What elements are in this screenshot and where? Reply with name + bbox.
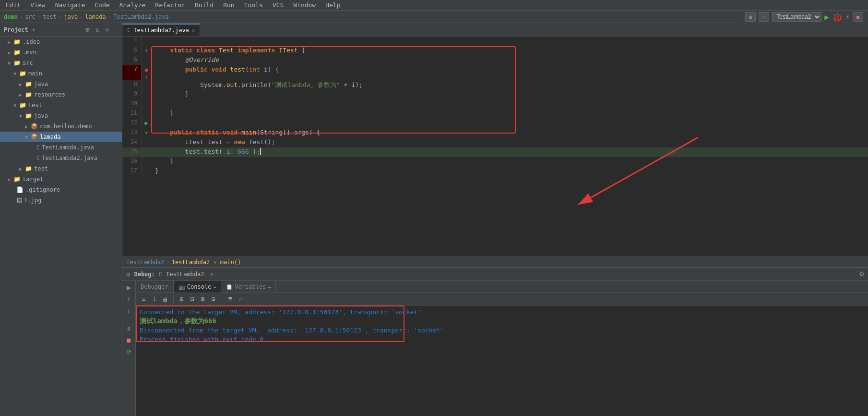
sidebar-item-java-main[interactable]: ▶ 📁 java [0,79,122,89]
sidebar-item-testlambda[interactable]: C TestLambda.java [0,142,122,153]
debug-settings-icon: ⚙ [126,270,130,278]
folder-icon: 📁 [13,176,21,183]
back-btn[interactable]: ↩ [759,12,769,22]
menu-refactor[interactable]: Refactor [153,1,187,9]
stop-button[interactable]: ◼ [853,12,863,22]
debugger-tab-label: Debugger [141,283,168,290]
code-line-9: 9 } [122,90,868,99]
package-icon: 📦 [31,123,38,130]
java-folder-icon: 📁 [25,112,32,119]
sidebar-item-src[interactable]: ▼ 📁 src [0,58,122,68]
sidebar-item-1jpg[interactable]: 🖼 1.jpg [0,195,122,206]
chevron-down-icon: ▼ [13,71,16,76]
debug-content[interactable]: Connected to the target VM, address: '12… [136,306,868,416]
debug-config-icon: C [159,271,162,278]
code-line-15: 15 test.test( i: 666 ); [122,147,868,157]
sidebar-item-label: main [28,70,42,77]
bc-test[interactable]: test [43,13,57,20]
sidebar-item-label: src [23,60,33,66]
coverage-button[interactable]: ⚡ [845,12,850,21]
bc-demo[interactable]: demo [4,13,18,20]
sidebar-add-icon[interactable]: ⊕ [85,25,90,34]
menu-navigate[interactable]: Navigate [53,1,87,9]
debug-toolbar: ≡ ⤓ 🖨 ⊞ ⊟ ⊠ ⊡ ≣ ⇌ [136,293,868,306]
debug-resume-button[interactable]: ▶ [124,282,134,292]
menu-run[interactable]: Run [221,1,236,9]
run-button[interactable]: ▶ [824,12,829,22]
chevron-right-icon: ▶ [19,82,22,87]
menu-help[interactable]: Help [323,1,342,9]
folder-icon: 📁 [13,38,21,45]
chevron-down-icon: ▼ [25,135,28,140]
wrap-btn[interactable]: ⇌ [237,295,245,304]
format-btn2[interactable]: ⊟ [188,295,197,304]
debug-step-over-button[interactable]: ↑ [124,294,134,304]
debug-step-down-button[interactable]: ↓ [124,306,134,315]
sidebar-item-testlambda2[interactable]: C TestLambda2.java [0,153,122,163]
sidebar-item-label: .mvn [23,49,36,56]
console-arrow-icon: → [213,284,216,290]
java-file-icon: C [127,27,131,34]
debug-panel-settings-icon[interactable]: ⚙ [859,269,864,278]
tab-testlambda2[interactable]: C TestLambda2.java × [122,24,200,36]
align-btn[interactable]: ≣ [226,295,235,304]
sidebar-settings-icon[interactable]: ⚙ [106,26,109,33]
debug-rerun-button[interactable]: ⟳ [124,347,134,356]
menu-tools[interactable]: Tools [242,1,265,9]
debug-tab-debugger[interactable]: Debugger [136,281,174,293]
debug-config-name: TestLambda2 [166,271,204,278]
sidebar-item-target[interactable]: ▶ 📁 target [0,174,122,184]
debug-close-icon[interactable]: × [210,271,214,278]
debug-pause-button[interactable]: ⏸ [124,324,134,333]
debug-tab-console[interactable]: 📺 Console → [174,281,222,293]
print-button[interactable]: 🖨 [161,295,169,304]
breakpoint-icon: ● [145,67,148,73]
menu-build[interactable]: Build [193,1,215,9]
sidebar-item-com-beiluo-demo[interactable]: ▶ 📦 com.beiluo.demo [0,121,122,132]
menu-view[interactable]: View [28,1,47,9]
menu-analyze[interactable]: Analyze [118,1,148,9]
debug-header: ⚙ Debug: C TestLambda2 × ⚙ [122,268,868,281]
debug-tab-variables[interactable]: 📋 Variables → [221,281,276,293]
sidebar-item-idea[interactable]: ▶ 📁 .idea [0,37,122,47]
menu-code[interactable]: Code [93,1,111,9]
menu-edit[interactable]: Edit [4,1,23,9]
run-config-select[interactable]: TestLambda2 [772,12,821,22]
chevron-down-icon: ▼ [19,113,22,119]
menu-bar: Edit View Navigate Code Analyze Refactor… [0,0,868,11]
sidebar-item-gitignore[interactable]: 📄 .gitignore [0,184,122,195]
debug-button[interactable]: 🐞 [832,12,843,22]
sidebar-item-lamada[interactable]: ▼ 📦 lamada [0,132,122,142]
scroll-end-button[interactable]: ⤓ [150,295,159,304]
sidebar-item-resources[interactable]: ▶ 📁 resources [0,89,122,100]
sidebar-header: Project ▾ ⊕ ⇅ ⚙ — [0,23,122,37]
bc-file[interactable]: TestLambda2.java [113,13,169,20]
menu-window[interactable]: Window [291,1,318,9]
sidebar-close-icon[interactable]: — [115,26,118,33]
bc-java[interactable]: java [64,13,78,20]
debug-tabs: Debugger 📺 Console → 📋 Variables → [136,281,868,293]
format-btn3[interactable]: ⊠ [199,295,207,304]
java-file-icon: C [36,144,40,151]
clear-console-button[interactable]: ≡ [140,295,148,304]
folder-icon: 📁 [25,165,32,172]
format-btn4[interactable]: ⊡ [209,295,218,304]
bc-src[interactable]: src [25,13,36,20]
debug-stop-button[interactable]: ⏹ [124,335,134,345]
sidebar-item-mvn[interactable]: ▶ 📁 .mvn [0,47,122,58]
sidebar-item-test-folder[interactable]: ▶ 📁 test [0,163,122,174]
code-line-11: 11 } [122,109,868,119]
format-btn1[interactable]: ⊞ [178,295,186,304]
layout-btn[interactable]: ⊞ [745,12,756,22]
sidebar-title: Project [4,26,28,33]
code-editor[interactable]: 4 5 ▼ static class Test implements ITest… [122,37,868,257]
sidebar-item-test[interactable]: ▼ 📁 test [0,100,122,110]
sidebar-item-main[interactable]: ▼ 📁 main [0,68,122,79]
sidebar-item-java-test[interactable]: ▼ 📁 java [0,110,122,121]
run-indicator-icon: ▶ [144,120,148,126]
sidebar-config-icon[interactable]: ⇅ [95,26,99,34]
tab-close-icon[interactable]: × [192,27,195,34]
menu-vcs[interactable]: VCS [271,1,285,9]
bc-lamada[interactable]: lamada [85,13,106,20]
sidebar-item-label: 1.jpg [24,197,41,204]
